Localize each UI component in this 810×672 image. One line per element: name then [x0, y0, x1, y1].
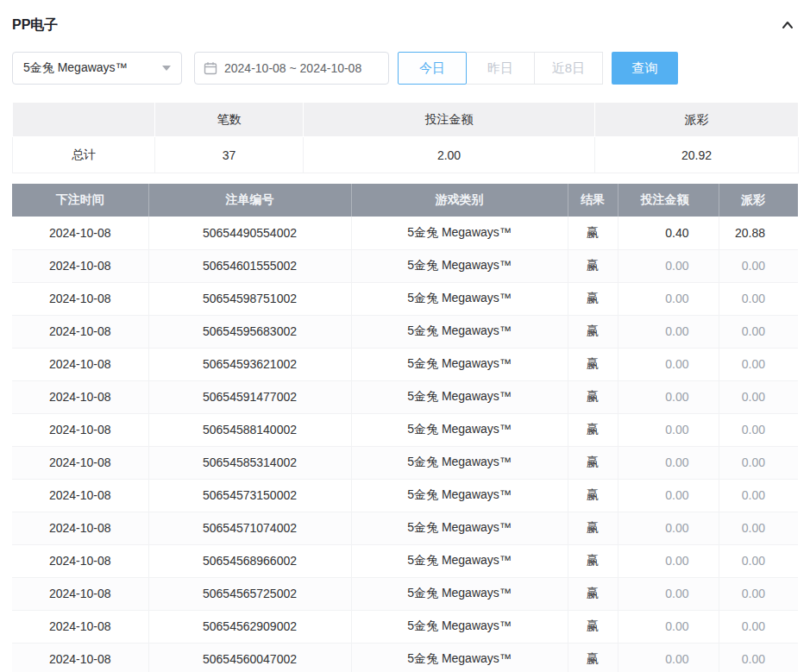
cell-game: 5金兔 Megaways™	[351, 413, 568, 446]
cell-result: 赢	[568, 315, 618, 348]
cell-payout: 0.00	[719, 544, 798, 577]
cell-bet_id: 50654562909002	[148, 610, 351, 643]
table-row: 2024-10-08506545629090025金兔 Megaways™赢0.…	[12, 610, 798, 643]
cell-result: 赢	[568, 643, 618, 672]
table-row: 2024-10-08506545657250025金兔 Megaways™赢0.…	[12, 577, 798, 610]
quick-button-today[interactable]: 今日	[398, 52, 467, 85]
header-bet-amount: 投注金额	[618, 184, 719, 217]
cell-game: 5金兔 Megaways™	[351, 315, 568, 348]
quick-button-last-8-days[interactable]: 近8日	[534, 52, 603, 85]
cell-game: 5金兔 Megaways™	[351, 544, 568, 577]
chevron-down-icon	[162, 66, 171, 71]
cell-result: 赢	[568, 348, 618, 380]
cell-bet_id: 50654573150002	[148, 479, 351, 512]
cell-bet_id: 50654593621002	[148, 348, 351, 380]
game-select[interactable]: 5金兔 Megaways™	[12, 52, 182, 85]
summary-total-label: 总计	[13, 137, 155, 173]
cell-payout: 0.00	[719, 610, 798, 643]
cell-bet_id: 50654585314002	[148, 446, 351, 479]
quick-range-button-group: 今日 昨日 近8日	[398, 52, 603, 85]
table-row: 2024-10-08506545600470025金兔 Megaways™赢0.…	[12, 643, 798, 672]
cell-time: 2024-10-08	[12, 217, 148, 249]
quick-button-yesterday[interactable]: 昨日	[466, 52, 535, 85]
cell-time: 2024-10-08	[12, 577, 148, 610]
cell-payout: 0.00	[719, 348, 798, 380]
cell-time: 2024-10-08	[12, 282, 148, 315]
cell-time: 2024-10-08	[12, 512, 148, 544]
cell-game: 5金兔 Megaways™	[351, 643, 568, 672]
cell-time: 2024-10-08	[12, 315, 148, 348]
page-title: PP电子	[12, 16, 58, 35]
cell-result: 赢	[568, 249, 618, 282]
table-row: 2024-10-08506545710740025金兔 Megaways™赢0.…	[12, 512, 798, 544]
cell-bet_amount: 0.40	[618, 217, 719, 249]
cell-bet_amount: 0.00	[618, 315, 719, 348]
table-row: 2024-10-08506544905540025金兔 Megaways™赢0.…	[12, 217, 798, 249]
cell-bet_id: 50654595683002	[148, 315, 351, 348]
cell-payout: 0.00	[719, 446, 798, 479]
chevron-up-icon	[781, 18, 794, 32]
cell-game: 5金兔 Megaways™	[351, 380, 568, 413]
cell-game: 5金兔 Megaways™	[351, 446, 568, 479]
cell-game: 5金兔 Megaways™	[351, 577, 568, 610]
cell-time: 2024-10-08	[12, 348, 148, 380]
cell-result: 赢	[568, 610, 618, 643]
cell-bet_id: 50654601555002	[148, 249, 351, 282]
cell-bet_id: 50654591477002	[148, 380, 351, 413]
cell-time: 2024-10-08	[12, 643, 148, 672]
summary-header-bet-amount: 投注金额	[304, 103, 595, 137]
filter-row: 5金兔 Megaways™ 2024-10-08 ~ 2024-10-08 今日…	[12, 52, 798, 85]
cell-payout: 20.88	[719, 217, 798, 249]
cell-result: 赢	[568, 512, 618, 544]
summary-header-payout: 派彩	[595, 103, 799, 137]
date-range-input[interactable]: 2024-10-08 ~ 2024-10-08	[194, 52, 389, 85]
cell-bet_id: 50654588140002	[148, 413, 351, 446]
cell-bet_amount: 0.00	[618, 544, 719, 577]
table-row: 2024-10-08506545881400025金兔 Megaways™赢0.…	[12, 413, 798, 446]
cell-bet_amount: 0.00	[618, 610, 719, 643]
bet-records-table: 下注时间 注单编号 游戏类别 结果 投注金额 派彩 2024-10-085065…	[12, 184, 798, 672]
panel-header: PP电子	[12, 12, 798, 38]
cell-result: 赢	[568, 413, 618, 446]
collapse-chevron-up-icon[interactable]	[777, 15, 798, 35]
cell-game: 5金兔 Megaways™	[351, 348, 568, 380]
cell-payout: 0.00	[719, 577, 798, 610]
cell-bet_amount: 0.00	[618, 446, 719, 479]
cell-bet_amount: 0.00	[618, 348, 719, 380]
table-row: 2024-10-08506545936210025金兔 Megaways™赢0.…	[12, 348, 798, 380]
game-select-value: 5金兔 Megaways™	[23, 60, 128, 76]
cell-game: 5金兔 Megaways™	[351, 249, 568, 282]
cell-time: 2024-10-08	[12, 479, 148, 512]
date-range-value: 2024-10-08 ~ 2024-10-08	[224, 61, 361, 75]
cell-bet_id: 50654598751002	[148, 282, 351, 315]
cell-game: 5金兔 Megaways™	[351, 479, 568, 512]
summary-total-row: 总计 37 2.00 20.92	[13, 137, 799, 173]
cell-bet_amount: 0.00	[618, 643, 719, 672]
summary-header-count: 笔数	[155, 103, 304, 137]
table-row: 2024-10-08506545853140025金兔 Megaways™赢0.…	[12, 446, 798, 479]
cell-result: 赢	[568, 380, 618, 413]
summary-table: 笔数 投注金额 派彩 总计 37 2.00 20.92	[12, 102, 799, 173]
cell-result: 赢	[568, 282, 618, 315]
header-payout: 派彩	[719, 184, 798, 217]
cell-payout: 0.00	[719, 380, 798, 413]
header-bet-time: 下注时间	[12, 184, 148, 217]
cell-payout: 0.00	[719, 643, 798, 672]
search-button[interactable]: 查询	[612, 52, 678, 85]
table-row: 2024-10-08506545731500025金兔 Megaways™赢0.…	[12, 479, 798, 512]
header-game-category: 游戏类别	[351, 184, 568, 217]
summary-total-count: 37	[155, 137, 304, 173]
cell-bet_amount: 0.00	[618, 413, 719, 446]
table-row: 2024-10-08506545987510025金兔 Megaways™赢0.…	[12, 282, 798, 315]
cell-time: 2024-10-08	[12, 610, 148, 643]
cell-payout: 0.00	[719, 479, 798, 512]
cell-payout: 0.00	[719, 249, 798, 282]
cell-payout: 0.00	[719, 512, 798, 544]
table-row: 2024-10-08506546015550025金兔 Megaways™赢0.…	[12, 249, 798, 282]
cell-bet_id: 50654565725002	[148, 577, 351, 610]
cell-time: 2024-10-08	[12, 380, 148, 413]
header-result: 结果	[568, 184, 618, 217]
cell-bet_amount: 0.00	[618, 249, 719, 282]
cell-bet_amount: 0.00	[618, 282, 719, 315]
cell-result: 赢	[568, 217, 618, 249]
